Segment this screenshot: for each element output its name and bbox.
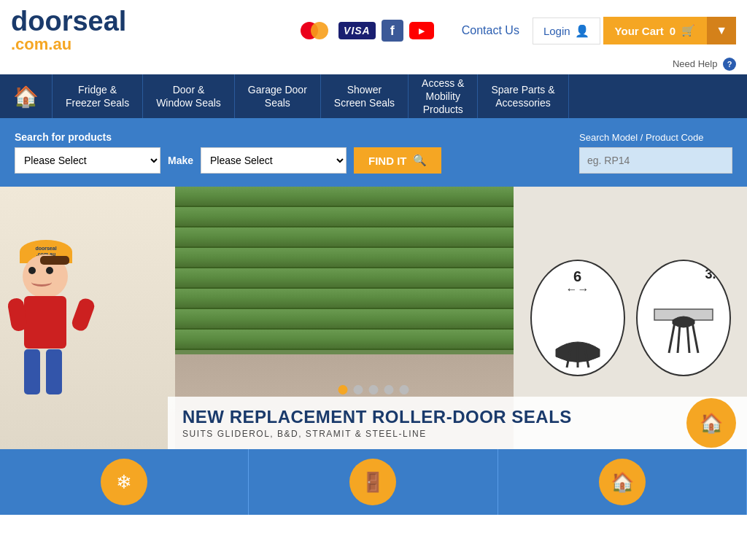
- payment-icons: VISA f ▶: [301, 20, 434, 42]
- logo[interactable]: doorseal .com.au: [11, 7, 126, 54]
- diagram2-label: 3.5: [705, 267, 723, 282]
- cart-dropdown-button[interactable]: ▼: [707, 17, 736, 44]
- facebook-icon[interactable]: f: [382, 20, 403, 42]
- dot-3[interactable]: [369, 385, 379, 394]
- cart-count: 0: [670, 25, 676, 37]
- banner-title: NEW REPLACEMENT ROLLER-DOOR SEALS: [182, 407, 681, 427]
- make-label: Make: [168, 155, 193, 166]
- need-help[interactable]: Need Help ?: [673, 58, 736, 71]
- mascot: doorseal.com.au: [4, 227, 98, 394]
- nav-home-button[interactable]: 🏠: [0, 74, 53, 118]
- model-search-label: Search Model / Product Code: [579, 132, 732, 143]
- garage-door-icon: 🏠: [700, 412, 723, 435]
- banner-text-overlay: NEW REPLACEMENT ROLLER-DOOR SEALS SUITS …: [168, 397, 747, 449]
- cart-icon: 🛒: [681, 24, 695, 37]
- nav-item-garage[interactable]: Garage DoorSeals: [235, 74, 321, 118]
- svg-line-7: [692, 322, 698, 353]
- site-name-part1: doorseal: [11, 7, 126, 35]
- search-icon: 🔍: [413, 154, 427, 167]
- bottom-door-icon: 🚪: [349, 459, 396, 505]
- nav-item-door-window[interactable]: Door &Window Seals: [143, 74, 235, 118]
- bottom-category-fridge[interactable]: ❄: [0, 449, 249, 515]
- product-select[interactable]: Please Select: [15, 147, 160, 174]
- fridge-icon: ❄: [116, 471, 132, 494]
- bottom-fridge-icon: ❄: [101, 459, 147, 505]
- cart-label: Your Cart: [615, 25, 664, 37]
- svg-line-4: [669, 322, 675, 353]
- need-help-label: Need Help: [673, 58, 717, 69]
- model-search-input[interactable]: [579, 147, 732, 174]
- nav-item-garage-label: Garage DoorSeals: [248, 83, 307, 109]
- make-select[interactable]: Please Select: [201, 147, 347, 174]
- search-controls: Please Select Make Please Select FIND IT…: [15, 147, 441, 174]
- help-icon: ?: [723, 58, 736, 71]
- seal-diagram-2: 3.5: [636, 260, 731, 376]
- find-label: FIND IT: [368, 155, 407, 167]
- search-left: Search for products Please Select Make P…: [15, 131, 441, 174]
- svg-line-5: [678, 324, 680, 353]
- bottom-garage-icon: 🏠: [599, 459, 646, 505]
- nav-item-fridge[interactable]: Fridge &Freezer Seals: [53, 74, 143, 118]
- bottom-category-garage[interactable]: 🏠: [498, 449, 747, 515]
- search-label: Search for products: [15, 131, 441, 143]
- nav-item-shower-label: ShowerScreen Seals: [334, 83, 395, 109]
- banner-garage-icon: 🏠: [686, 398, 736, 448]
- search-section: Search for products Please Select Make P…: [0, 118, 747, 187]
- nav-item-spare-label: Spare Parts &Accessories: [491, 83, 554, 109]
- mastercard-icon: [301, 21, 330, 40]
- bottom-category-door[interactable]: 🚪: [249, 449, 498, 515]
- nav-item-door-window-label: Door &Window Seals: [156, 83, 221, 109]
- dot-5[interactable]: [400, 385, 409, 394]
- nav-item-access-label: Access &MobilityProducts: [422, 77, 464, 117]
- find-button[interactable]: FIND IT 🔍: [354, 147, 441, 174]
- svg-line-6: [687, 324, 689, 353]
- header: doorseal .com.au VISA f ▶ Contact Us Log…: [0, 0, 747, 74]
- person-icon: 👤: [575, 24, 589, 38]
- login-label: Login: [543, 25, 570, 37]
- garage-icon: 🏠: [611, 471, 634, 494]
- banner-subtitle: SUITS GLIDEROL, B&D, STRAMIT & STEEL-LIN…: [182, 429, 681, 439]
- bottom-categories: ❄ 🚪 🏠: [0, 449, 747, 515]
- dot-1[interactable]: [338, 385, 348, 394]
- door-icon: 🚪: [361, 471, 384, 494]
- model-search: Search Model / Product Code: [579, 132, 732, 174]
- dot-2[interactable]: [354, 385, 363, 394]
- dot-4[interactable]: [384, 385, 394, 394]
- navigation: 🏠 Fridge &Freezer Seals Door &Window Sea…: [0, 74, 747, 118]
- cart-button[interactable]: Your Cart 0 🛒: [603, 17, 708, 44]
- nav-item-spare[interactable]: Spare Parts &Accessories: [478, 74, 568, 118]
- home-icon: 🏠: [13, 85, 39, 109]
- hero-banner: 6 ←→ 3.5: [0, 187, 747, 449]
- site-name-part2: .com.au: [11, 35, 126, 54]
- nav-item-access[interactable]: Access &MobilityProducts: [409, 74, 478, 118]
- contact-link[interactable]: Contact Us: [462, 24, 519, 37]
- login-button[interactable]: Login 👤: [533, 18, 600, 44]
- youtube-icon[interactable]: ▶: [409, 22, 434, 39]
- nav-item-fridge-label: Fridge &Freezer Seals: [66, 83, 129, 109]
- nav-item-shower[interactable]: ShowerScreen Seals: [321, 74, 409, 118]
- seal-diagram-1: 6 ←→: [530, 260, 625, 376]
- visa-icon: VISA: [338, 22, 376, 39]
- carousel-dots: [338, 385, 409, 394]
